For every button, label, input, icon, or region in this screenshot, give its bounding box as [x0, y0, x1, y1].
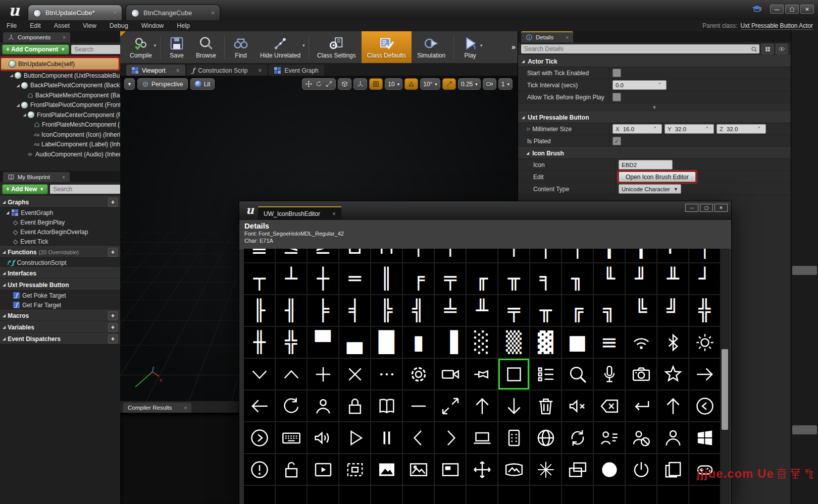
box-drawing-glyph-cell[interactable]: ╖ — [562, 263, 593, 294]
chev-right-cell[interactable] — [435, 422, 466, 453]
chevron-down-icon[interactable]: ▼ — [153, 43, 157, 48]
doc-tab-BtnUpdateCube[interactable]: BtnUpdateCube*× — [28, 5, 122, 21]
box-drawing-glyph-cell[interactable] — [244, 486, 275, 504]
chevron-down-icon[interactable]: ▾ — [397, 82, 400, 87]
box-drawing-glyph-cell[interactable] — [689, 486, 720, 504]
viewport-options-dropdown[interactable]: ▼ — [124, 78, 135, 90]
box-drawing-glyph-cell[interactable] — [467, 486, 497, 504]
vector-y-input[interactable]: Y32.0 — [664, 124, 714, 134]
grid-scrollbar-thumb[interactable] — [722, 349, 728, 430]
power-cell[interactable] — [626, 454, 656, 485]
box-drawing-glyph-cell[interactable]: ╎ — [498, 249, 529, 262]
lock-cell[interactable] — [339, 390, 370, 421]
maximize-button[interactable]: ▢ — [785, 5, 799, 14]
chevron-down-icon[interactable]: ▼ — [301, 43, 305, 48]
checkbox-cell[interactable] — [498, 359, 529, 389]
expander-icon[interactable]: ◢ — [15, 103, 21, 107]
box-drawing-glyph-cell[interactable] — [562, 486, 593, 504]
toolbar-find[interactable]: Find — [227, 31, 254, 63]
chevron-down-icon[interactable]: ▾ — [507, 82, 509, 87]
box-drawing-glyph-cell[interactable]: ▀ — [308, 327, 338, 358]
grid-snap-value[interactable]: 10▾ — [385, 78, 402, 90]
rotation-snap-value[interactable]: 10°▾ — [420, 78, 440, 90]
box-drawing-glyph-cell[interactable]: ═ — [339, 263, 370, 294]
pin-cell[interactable] — [467, 359, 497, 389]
box-drawing-glyph-cell[interactable]: ╨ — [657, 263, 688, 294]
toolbar-play[interactable]: Play▼ — [456, 31, 484, 63]
bp-section-variables[interactable]: ◢Variables+ — [0, 321, 120, 333]
bp-section-interfaces[interactable]: ◢Interfaces — [0, 267, 120, 279]
chev-up-cell[interactable] — [276, 359, 306, 389]
minimize-button[interactable]: — — [770, 5, 784, 14]
tree-item-BackPlatePivotComponent[interactable]: ◢BackPlatePivotComponent (BackF — [0, 81, 120, 91]
tutorial-cap-icon[interactable] — [751, 3, 763, 15]
viewport-tab-event-graph[interactable]: Event Graph — [269, 65, 324, 76]
bp-item-event-beginplay[interactable]: ◇Event BeginPlay — [0, 217, 120, 227]
box-drawing-glyph-cell[interactable]: ┐ — [562, 249, 593, 262]
mute-cell[interactable] — [562, 390, 593, 421]
box-drawing-glyph-cell[interactable]: ╕ — [530, 263, 561, 294]
panorama-cell[interactable] — [498, 454, 529, 485]
favorite-star-cell[interactable] — [657, 359, 688, 389]
box-drawing-glyph-cell[interactable]: ╬ — [276, 327, 306, 358]
contact-cell[interactable] — [308, 390, 338, 421]
refresh-cell[interactable] — [276, 390, 306, 421]
close-icon[interactable]: × — [169, 67, 179, 74]
bp-section-graphs[interactable]: ◢Graphs+ — [0, 196, 120, 208]
box-drawing-glyph-cell[interactable]: ╎ — [435, 249, 466, 262]
box-drawing-glyph-cell[interactable] — [308, 486, 338, 504]
box-drawing-glyph-cell[interactable] — [403, 486, 434, 504]
reset-icon[interactable] — [653, 126, 659, 132]
close-icon[interactable]: × — [106, 10, 117, 17]
camera-cell[interactable] — [626, 359, 656, 389]
tree-item-BackPlateMeshComponent[interactable]: BackPlateMeshComponent (Bac — [0, 90, 120, 100]
scale-snap-toggle[interactable] — [442, 78, 456, 90]
rotation-snap-toggle[interactable] — [404, 78, 418, 90]
reset-icon[interactable] — [757, 126, 763, 132]
copy-cell[interactable] — [657, 454, 688, 485]
tree-item-LabelComponent[interactable]: AaLabelComponent (Label) (Inhe — [0, 140, 120, 150]
chevron-down-icon[interactable]: ▾ — [475, 82, 478, 87]
expander-icon[interactable]: ◢ — [22, 113, 27, 117]
box-drawing-glyph-cell[interactable]: ⊔ — [339, 249, 370, 262]
person-cell[interactable] — [657, 422, 688, 453]
add-button[interactable]: + — [108, 198, 118, 207]
box-drawing-glyph-cell[interactable]: ┌ — [530, 249, 561, 262]
box-drawing-glyph-cell[interactable]: ≥ — [308, 249, 338, 262]
arrow-up-cell[interactable] — [657, 390, 688, 421]
laptop-cell[interactable] — [467, 422, 497, 453]
block-contact-cell[interactable] — [626, 422, 656, 453]
content-type-dropdown[interactable]: Unicode Character▼ — [619, 184, 681, 194]
box-drawing-glyph-cell[interactable]: ╢ — [276, 295, 306, 326]
box-drawing-glyph-cell[interactable]: █ — [371, 327, 402, 358]
box-drawing-glyph-cell[interactable]: ┐ — [689, 249, 720, 262]
add-button[interactable]: + — [108, 248, 118, 257]
value-input[interactable]: 0.0 — [612, 80, 667, 90]
close-icon[interactable]: × — [204, 10, 215, 17]
reading-list-cell[interactable] — [371, 390, 402, 421]
box-drawing-glyph-cell[interactable]: ┼ — [308, 263, 338, 294]
bp-section-uxt-pressable-button[interactable]: ◢Uxt Pressable Button — [0, 279, 120, 291]
arrow-right-cell[interactable] — [689, 359, 720, 389]
box-drawing-glyph-cell[interactable]: ╙ — [594, 263, 625, 294]
close-icon[interactable]: × — [325, 210, 336, 217]
box-drawing-glyph-cell[interactable]: ╝ — [657, 295, 688, 326]
toolbar-hide-unrelated[interactable]: Hide Unrelated▼ — [254, 31, 306, 63]
vector-z-input[interactable]: Z32.0 — [717, 124, 766, 134]
view-options-eye-icon[interactable] — [776, 44, 788, 54]
box-drawing-glyph-cell[interactable]: ≡ — [594, 327, 625, 358]
frame-label-cell[interactable] — [435, 454, 466, 485]
transform-tools[interactable] — [302, 78, 336, 90]
box-drawing-glyph-cell[interactable]: ╟ — [244, 295, 275, 326]
duplicate-cell[interactable] — [562, 454, 593, 485]
box-drawing-glyph-cell[interactable]: ║ — [371, 263, 402, 294]
section-expander-strip[interactable]: ▼ — [518, 103, 791, 111]
box-drawing-glyph-cell[interactable]: ┒ — [626, 249, 656, 262]
box-drawing-glyph-cell[interactable]: ┘ — [689, 263, 720, 294]
microphone-cell[interactable] — [594, 359, 625, 389]
menu-view[interactable]: View — [76, 22, 103, 29]
doc-tab-BtnChangeCube[interactable]: BtnChangeCube× — [126, 5, 220, 21]
tree-item-FrontPlateCenterComponent[interactable]: ◢FrontPlateCenterComponent (Fr — [0, 110, 120, 120]
toolbar-class-defaults[interactable]: Class Defaults — [362, 31, 412, 63]
contact-info-cell[interactable] — [594, 422, 625, 453]
